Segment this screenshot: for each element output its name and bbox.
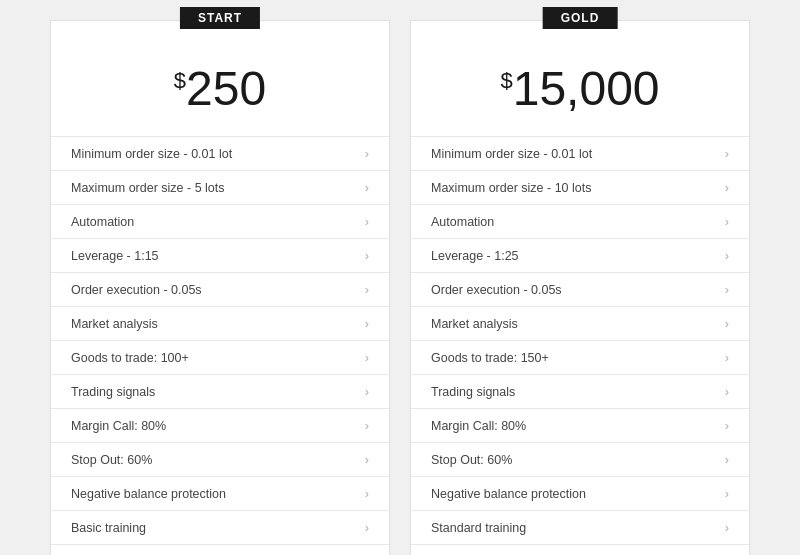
feature-label: Maximum order size - 10 lots	[431, 181, 591, 195]
list-item: Trading signals›	[411, 375, 749, 409]
feature-label: Automation	[71, 215, 134, 229]
feature-label: Basic training	[71, 521, 146, 535]
chevron-right-icon: ›	[365, 486, 369, 501]
feature-label: Minimum order size - 0.01 lot	[71, 147, 232, 161]
list-item: Market analysis›	[411, 307, 749, 341]
chevron-right-icon: ›	[725, 282, 729, 297]
list-item: Advanced features›	[411, 545, 749, 555]
list-item: Leverage - 1:25›	[411, 239, 749, 273]
list-item: Negative balance protection›	[51, 477, 389, 511]
feature-label: Margin Call: 80%	[431, 419, 526, 433]
chevron-right-icon: ›	[725, 418, 729, 433]
list-item: Maximum order size - 5 lots›	[51, 171, 389, 205]
chevron-right-icon: ›	[725, 248, 729, 263]
feature-label: Margin Call: 80%	[71, 419, 166, 433]
list-item: Leverage - 1:15›	[51, 239, 389, 273]
chevron-right-icon: ›	[365, 520, 369, 535]
chevron-right-icon: ›	[365, 146, 369, 161]
chevron-right-icon: ›	[365, 418, 369, 433]
chevron-right-icon: ›	[725, 180, 729, 195]
feature-label: Stop Out: 60%	[431, 453, 512, 467]
chevron-right-icon: ›	[725, 520, 729, 535]
list-item: Market analysis›	[51, 307, 389, 341]
plan-card-start: START$250Minimum order size - 0.01 lot›M…	[50, 20, 390, 555]
chevron-right-icon: ›	[725, 214, 729, 229]
plan-features-gold: Minimum order size - 0.01 lot›Maximum or…	[411, 136, 749, 555]
feature-label: Minimum order size - 0.01 lot	[431, 147, 592, 161]
list-item: Standard training›	[411, 511, 749, 545]
list-item: Order execution - 0.05s›	[51, 273, 389, 307]
list-item: Minimum order size - 0.01 lot›	[411, 137, 749, 171]
list-item: Automation›	[51, 205, 389, 239]
list-item: Goods to trade: 150+›	[411, 341, 749, 375]
list-item: Maximum order size - 10 lots›	[411, 171, 749, 205]
list-item: Margin Call: 80%›	[411, 409, 749, 443]
feature-label: Negative balance protection	[431, 487, 586, 501]
chevron-right-icon: ›	[725, 384, 729, 399]
plan-features-start: Minimum order size - 0.01 lot›Maximum or…	[51, 136, 389, 555]
feature-label: Trading signals	[431, 385, 515, 399]
chevron-right-icon: ›	[725, 316, 729, 331]
chevron-right-icon: ›	[725, 452, 729, 467]
list-item: Margin Call: 80%›	[51, 409, 389, 443]
chevron-right-icon: ›	[365, 180, 369, 195]
feature-label: Trading signals	[71, 385, 155, 399]
plan-price-start: $250	[51, 21, 389, 136]
chevron-right-icon: ›	[365, 282, 369, 297]
feature-label: Order execution - 0.05s	[431, 283, 562, 297]
chevron-right-icon: ›	[725, 350, 729, 365]
list-item: Negative balance protection›	[411, 477, 749, 511]
feature-label: Leverage - 1:15	[71, 249, 159, 263]
list-item: Trading signals›	[51, 375, 389, 409]
feature-label: Market analysis	[71, 317, 158, 331]
feature-label: Order execution - 0.05s	[71, 283, 202, 297]
feature-label: Standard training	[431, 521, 526, 535]
plans-container: START$250Minimum order size - 0.01 lot›M…	[0, 0, 800, 555]
feature-label: Automation	[431, 215, 494, 229]
list-item: Stop Out: 60%›	[411, 443, 749, 477]
list-item: Stop Out: 60%›	[51, 443, 389, 477]
chevron-right-icon: ›	[365, 214, 369, 229]
chevron-right-icon: ›	[365, 316, 369, 331]
list-item: Goods to trade: 100+›	[51, 341, 389, 375]
feature-label: Goods to trade: 150+	[431, 351, 549, 365]
feature-label: Maximum order size - 5 lots	[71, 181, 225, 195]
plan-badge-start: START	[180, 7, 260, 29]
feature-label: Negative balance protection	[71, 487, 226, 501]
list-item: Minimum order size - 0.01 lot›	[51, 137, 389, 171]
feature-label: Goods to trade: 100+	[71, 351, 189, 365]
feature-label: Stop Out: 60%	[71, 453, 152, 467]
feature-label: Leverage - 1:25	[431, 249, 519, 263]
plan-badge-gold: GOLD	[543, 7, 618, 29]
chevron-right-icon: ›	[725, 486, 729, 501]
chevron-right-icon: ›	[365, 384, 369, 399]
plan-card-gold: GOLD$15,000Minimum order size - 0.01 lot…	[410, 20, 750, 555]
plan-price-gold: $15,000	[411, 21, 749, 136]
list-item: Order execution - 0.05s›	[411, 273, 749, 307]
list-item: Automation›	[411, 205, 749, 239]
chevron-right-icon: ›	[365, 350, 369, 365]
chevron-right-icon: ›	[365, 452, 369, 467]
list-item: Standard trading conditions›	[51, 545, 389, 555]
list-item: Basic training›	[51, 511, 389, 545]
feature-label: Market analysis	[431, 317, 518, 331]
chevron-right-icon: ›	[365, 248, 369, 263]
chevron-right-icon: ›	[725, 146, 729, 161]
